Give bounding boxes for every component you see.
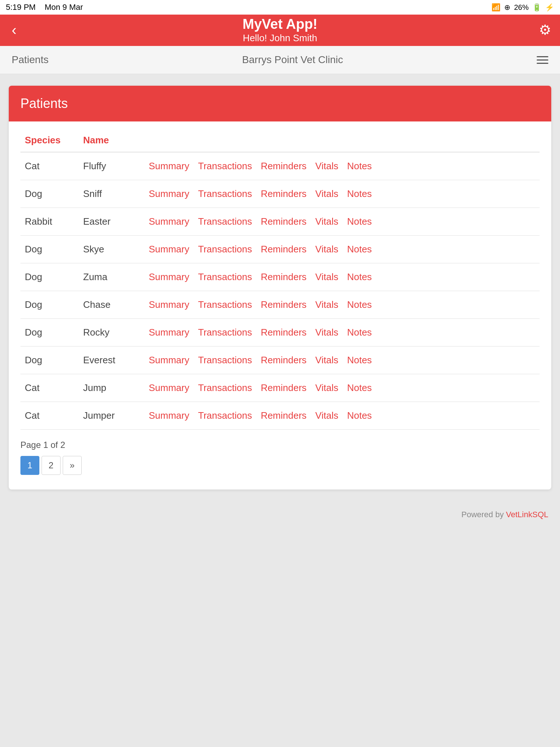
cell-species: Dog <box>20 263 79 291</box>
app-title: MyVet App! <box>242 16 318 33</box>
action-link-notes[interactable]: Notes <box>347 188 372 200</box>
sub-header: Patients Barrys Point Vet Clinic <box>0 46 560 74</box>
action-link-vitals[interactable]: Vitals <box>315 299 338 310</box>
action-link-reminders[interactable]: Reminders <box>261 327 307 338</box>
action-link-reminders[interactable]: Reminders <box>261 216 307 227</box>
action-link-vitals[interactable]: Vitals <box>315 160 338 172</box>
action-link-transactions[interactable]: Transactions <box>198 160 252 172</box>
action-link-reminders[interactable]: Reminders <box>261 188 307 200</box>
cell-actions: SummaryTransactionsRemindersVitalsNotes <box>144 374 540 402</box>
cell-actions: SummaryTransactionsRemindersVitalsNotes <box>144 347 540 374</box>
action-link-transactions[interactable]: Transactions <box>198 216 252 227</box>
action-link-summary[interactable]: Summary <box>149 160 189 172</box>
action-link-summary[interactable]: Summary <box>149 355 189 366</box>
action-link-transactions[interactable]: Transactions <box>198 244 252 255</box>
cell-species: Cat <box>20 152 79 180</box>
action-link-reminders[interactable]: Reminders <box>261 355 307 366</box>
action-link-transactions[interactable]: Transactions <box>198 382 252 394</box>
app-header: MyVet App! Hello! John Smith <box>242 16 318 44</box>
actions-container: SummaryTransactionsRemindersVitalsNotes <box>149 216 535 227</box>
cell-species: Dog <box>20 180 79 208</box>
wifi-icon: 📶 <box>491 3 501 12</box>
cell-actions: SummaryTransactionsRemindersVitalsNotes <box>144 208 540 236</box>
actions-container: SummaryTransactionsRemindersVitalsNotes <box>149 355 535 366</box>
action-link-transactions[interactable]: Transactions <box>198 299 252 310</box>
action-link-vitals[interactable]: Vitals <box>315 327 338 338</box>
cell-name: Easter <box>79 208 144 236</box>
action-link-transactions[interactable]: Transactions <box>198 188 252 200</box>
action-link-summary[interactable]: Summary <box>149 299 189 310</box>
patients-card: Patients Species Name CatFluffySummaryTr… <box>9 86 551 489</box>
action-link-notes[interactable]: Notes <box>347 216 372 227</box>
hamburger-menu-button[interactable] <box>537 56 548 64</box>
action-link-vitals[interactable]: Vitals <box>315 188 338 200</box>
hamburger-line-1 <box>537 56 548 57</box>
action-link-notes[interactable]: Notes <box>347 244 372 255</box>
actions-container: SummaryTransactionsRemindersVitalsNotes <box>149 160 535 172</box>
table-row: DogSniffSummaryTransactionsRemindersVita… <box>20 180 540 208</box>
battery-icon: 🔋 <box>532 3 541 12</box>
action-link-vitals[interactable]: Vitals <box>315 382 338 394</box>
action-link-transactions[interactable]: Transactions <box>198 410 252 421</box>
footer-link[interactable]: VetLinkSQL <box>506 510 548 519</box>
action-link-reminders[interactable]: Reminders <box>261 160 307 172</box>
cell-species: Cat <box>20 402 79 430</box>
action-link-notes[interactable]: Notes <box>347 410 372 421</box>
action-link-notes[interactable]: Notes <box>347 355 372 366</box>
cell-actions: SummaryTransactionsRemindersVitalsNotes <box>144 236 540 263</box>
action-link-transactions[interactable]: Transactions <box>198 355 252 366</box>
action-link-summary[interactable]: Summary <box>149 327 189 338</box>
action-link-notes[interactable]: Notes <box>347 160 372 172</box>
action-link-notes[interactable]: Notes <box>347 382 372 394</box>
action-link-transactions[interactable]: Transactions <box>198 327 252 338</box>
cell-actions: SummaryTransactionsRemindersVitalsNotes <box>144 180 540 208</box>
cell-name: Chase <box>79 291 144 319</box>
status-bar: 5:19 PM Mon 9 Mar 📶 ⊕ 26% 🔋 ⚡ <box>0 0 560 15</box>
page-button-2[interactable]: 2 <box>42 456 61 475</box>
action-link-reminders[interactable]: Reminders <box>261 244 307 255</box>
actions-container: SummaryTransactionsRemindersVitalsNotes <box>149 244 535 255</box>
page-button-1[interactable]: 1 <box>20 456 39 475</box>
action-link-transactions[interactable]: Transactions <box>198 271 252 283</box>
action-link-notes[interactable]: Notes <box>347 271 372 283</box>
status-icons: 📶 ⊕ 26% 🔋 ⚡ <box>491 3 554 12</box>
action-link-reminders[interactable]: Reminders <box>261 382 307 394</box>
action-link-vitals[interactable]: Vitals <box>315 244 338 255</box>
action-link-summary[interactable]: Summary <box>149 410 189 421</box>
cell-name: Jump <box>79 374 144 402</box>
patients-table: Species Name CatFluffySummaryTransaction… <box>20 127 540 430</box>
action-link-notes[interactable]: Notes <box>347 299 372 310</box>
patients-card-header: Patients <box>9 86 551 121</box>
action-link-notes[interactable]: Notes <box>347 327 372 338</box>
action-link-reminders[interactable]: Reminders <box>261 410 307 421</box>
table-header-row: Species Name <box>20 127 540 152</box>
action-link-vitals[interactable]: Vitals <box>315 216 338 227</box>
pagination-info: Page 1 of 2 <box>20 440 540 450</box>
cell-species: Dog <box>20 319 79 347</box>
table-row: RabbitEasterSummaryTransactionsReminders… <box>20 208 540 236</box>
action-link-summary[interactable]: Summary <box>149 216 189 227</box>
action-link-summary[interactable]: Summary <box>149 271 189 283</box>
cell-name: Rocky <box>79 319 144 347</box>
main-content: Patients Species Name CatFluffySummaryTr… <box>0 74 560 501</box>
action-link-vitals[interactable]: Vitals <box>315 410 338 421</box>
location-icon: ⊕ <box>504 3 510 12</box>
back-button[interactable]: ‹ <box>9 21 19 39</box>
cell-name: Everest <box>79 347 144 374</box>
cell-species: Cat <box>20 374 79 402</box>
actions-container: SummaryTransactionsRemindersVitalsNotes <box>149 327 535 338</box>
action-link-summary[interactable]: Summary <box>149 244 189 255</box>
page-next-button[interactable]: » <box>63 456 82 475</box>
action-link-vitals[interactable]: Vitals <box>315 271 338 283</box>
action-link-vitals[interactable]: Vitals <box>315 355 338 366</box>
action-link-summary[interactable]: Summary <box>149 188 189 200</box>
footer: Powered by VetLinkSQL <box>0 501 560 528</box>
column-header-actions <box>144 127 540 152</box>
action-link-summary[interactable]: Summary <box>149 382 189 394</box>
action-link-reminders[interactable]: Reminders <box>261 271 307 283</box>
app-subtitle: Hello! John Smith <box>242 32 318 44</box>
cell-species: Dog <box>20 236 79 263</box>
settings-button[interactable]: ⚙ <box>539 22 551 38</box>
action-link-reminders[interactable]: Reminders <box>261 299 307 310</box>
charging-icon: ⚡ <box>545 3 554 12</box>
